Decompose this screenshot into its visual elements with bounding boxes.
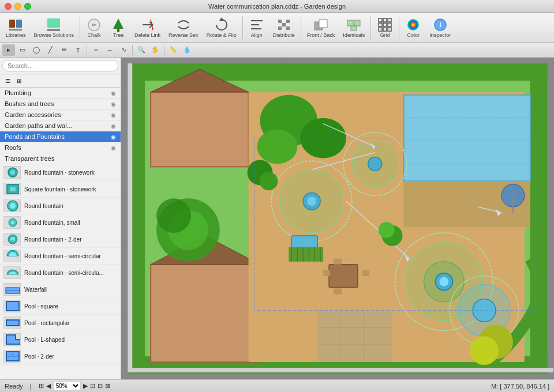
toolbar-identicals[interactable]: Identicals: [339, 16, 368, 40]
svg-text:i: i: [439, 21, 441, 29]
tool-connect[interactable]: ⌁: [89, 44, 102, 56]
svg-rect-35: [388, 28, 391, 31]
tool-select[interactable]: ▸: [2, 44, 15, 56]
toolbar-distribute[interactable]: Distribute: [269, 16, 298, 40]
lib-item-10[interactable]: Pool · L-shaped: [0, 331, 121, 348]
tool-curve[interactable]: ∿: [117, 44, 130, 56]
svg-rect-20: [278, 27, 282, 30]
lib-item-5[interactable]: Round fountain · semi-circular: [0, 248, 121, 265]
lib-thumb-5: [3, 250, 21, 262]
tool-text[interactable]: T: [72, 44, 84, 56]
svg-rect-42: [10, 187, 16, 191]
zoom-select[interactable]: 25% 50% 75% 100% 150% 200%: [53, 382, 81, 390]
status-zoom-area: ⊞ ◀ 25% 50% 75% 100% 150% 200% ▶ ⊡ ⊟ ⊠: [39, 382, 110, 390]
toolbar-browse[interactable]: Browse Solutions: [31, 16, 78, 40]
cat-arrow-bushes: ◉: [111, 101, 116, 107]
tool-eyedrop[interactable]: 💧: [181, 44, 193, 56]
svg-rect-17: [278, 20, 282, 23]
svg-rect-21: [286, 27, 290, 30]
lib-item-1[interactable]: Square fountain · stonework: [0, 181, 121, 198]
lib-thumb-0: [3, 166, 21, 179]
svg-point-78: [257, 130, 298, 164]
toolbar-front-back[interactable]: Front / Back: [304, 16, 339, 40]
category-roofs[interactable]: Roofs ◉: [0, 142, 121, 153]
lib-thumb-3: [3, 216, 21, 229]
identicals-label: Identicals: [343, 33, 365, 39]
svg-point-109: [368, 157, 382, 171]
toolbar-grid[interactable]: Grid: [373, 16, 396, 40]
cat-arrow-ponds: ◉: [111, 134, 116, 140]
align-label: Align: [251, 33, 263, 39]
chalk-icon: ✏: [86, 17, 102, 33]
tool-pen[interactable]: ✏: [58, 44, 70, 56]
toolbar-delete-link[interactable]: Delete Link: [131, 16, 164, 40]
lib-item-11[interactable]: 2 Pool · 2-der: [0, 348, 121, 365]
tool-hand[interactable]: ✋: [149, 44, 162, 56]
svg-point-46: [11, 221, 14, 224]
zoom-fit[interactable]: ⊡: [90, 382, 95, 390]
toolstrip-sep-1: [87, 45, 87, 55]
svg-rect-63: [151, 92, 248, 167]
category-paths[interactable]: Garden paths and wal... ◉: [0, 120, 121, 131]
lib-thumb-6: [3, 266, 21, 279]
lib-item-6[interactable]: Round fountain · semi-circula...: [0, 265, 121, 281]
tool-arrow[interactable]: →: [103, 44, 116, 56]
svg-rect-16: [251, 28, 261, 29]
svg-rect-130: [128, 63, 132, 368]
tool-zoom-in[interactable]: 🔍: [135, 44, 148, 56]
statusbar: Ready | ⊞ ◀ 25% 50% 75% 100% 150% 200% ▶…: [0, 379, 554, 392]
lib-thumb-11: 2: [3, 350, 21, 363]
svg-rect-1: [16, 20, 22, 28]
lib-item-9[interactable]: Pool · rectangular: [0, 315, 121, 331]
tool-ellipse[interactable]: ◯: [30, 44, 43, 56]
zoom-nav-prev[interactable]: ◀: [46, 382, 51, 390]
lib-item-4[interactable]: 2 Round fountain · 2-der: [0, 231, 121, 248]
close-button[interactable]: [5, 3, 12, 10]
canvas-area[interactable]: [121, 58, 554, 379]
maximize-button[interactable]: [24, 3, 31, 10]
svg-point-81: [156, 198, 191, 233]
toolbar-align[interactable]: Align: [245, 16, 268, 40]
libraries-label: Libraries: [6, 33, 26, 39]
lib-item-0[interactable]: Round fountain · stonework: [0, 164, 121, 181]
lib-item-2[interactable]: Round fountain: [0, 198, 121, 214]
svg-rect-27: [379, 18, 382, 22]
reverse-icon: [175, 17, 192, 33]
tool-line[interactable]: ╱: [44, 44, 57, 56]
front-back-label: Front / Back: [307, 33, 335, 39]
category-bushes[interactable]: Bushes and trees ◉: [0, 99, 121, 110]
svg-rect-26: [351, 26, 357, 31]
category-ponds[interactable]: Ponds and Fountains ◉: [0, 131, 121, 142]
zoom-nav-next[interactable]: ▶: [83, 382, 88, 390]
toolbar-libraries[interactable]: Libraries: [2, 16, 29, 40]
minimize-button[interactable]: [14, 3, 21, 10]
sidebar-view-btn-1[interactable]: ☰: [2, 76, 13, 86]
toolbar-sep-2: [242, 16, 243, 39]
category-transparent[interactable]: Transparent trees: [0, 153, 121, 164]
toolbar-rotate[interactable]: Rotate & Flip: [203, 16, 240, 40]
zoom-fit2[interactable]: ⊟: [98, 382, 103, 390]
sidebar-view-btn-2[interactable]: ⊞: [14, 76, 24, 86]
category-plumbing[interactable]: Plumbing ◉: [0, 88, 121, 99]
align-icon: [249, 17, 265, 33]
toolbar: Libraries Browse Solutions ✏ Chalk Tree …: [0, 13, 554, 43]
toolbar-chalk[interactable]: ✏ Chalk: [83, 16, 106, 40]
svg-rect-24: [347, 20, 353, 26]
lib-item-7[interactable]: Waterfall: [0, 281, 121, 298]
delete-link-label: Delete Link: [134, 33, 160, 39]
color-label: Color: [407, 33, 420, 39]
sidebar: ☰ ⊞ Plumbing ◉ Bushes and trees ◉ Garden…: [0, 58, 121, 379]
tool-measure[interactable]: 📏: [167, 44, 179, 56]
zoom-fit3[interactable]: ⊠: [105, 382, 110, 390]
search-input[interactable]: [2, 60, 118, 71]
lib-item-8[interactable]: Pool · square: [0, 298, 121, 315]
toolbar-color[interactable]: Color: [402, 16, 425, 40]
toolbar-inspector[interactable]: i Inspector: [426, 16, 454, 40]
category-accessories[interactable]: Garden accessories ◉: [0, 110, 121, 120]
toolbar-reverse[interactable]: Reverse Sex: [165, 16, 202, 40]
tool-rect[interactable]: ▭: [16, 44, 29, 56]
tree-icon: [110, 17, 126, 33]
lib-item-3[interactable]: Round fountain, small: [0, 214, 121, 231]
toolbar-tree[interactable]: Tree: [107, 16, 130, 40]
status-sep-1: |: [30, 383, 32, 390]
